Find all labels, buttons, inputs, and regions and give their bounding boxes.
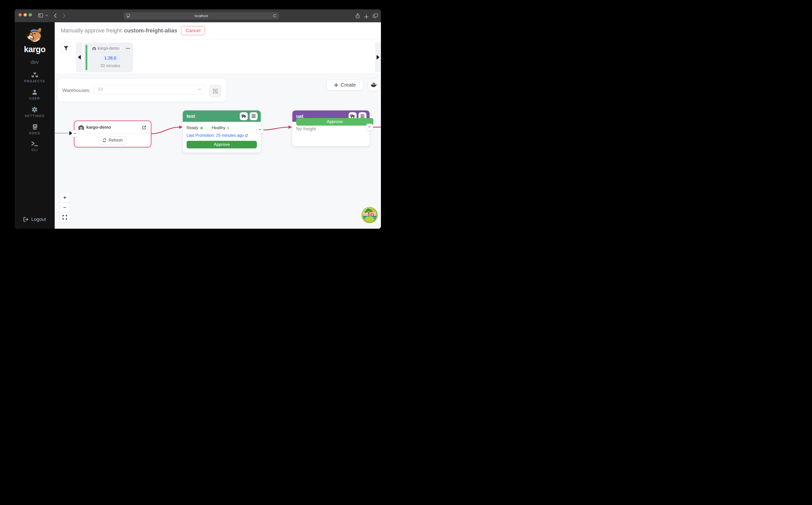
- terminal-icon: [31, 141, 38, 146]
- minimize-window-button[interactable]: [24, 13, 27, 16]
- healthy-label: Healthy: [212, 126, 225, 130]
- ready-label: Ready: [187, 126, 198, 130]
- create-label: Create: [341, 82, 356, 88]
- no-freight-label: No freight: [296, 126, 366, 132]
- island-badge[interactable]: [361, 207, 378, 223]
- reload-icon[interactable]: [273, 14, 277, 18]
- health-heart-icon: ♥: [227, 126, 229, 130]
- forward-icon[interactable]: [63, 13, 65, 18]
- logout-label: Logout: [31, 216, 46, 222]
- warehouses-label: Warehouses:: [62, 88, 90, 93]
- page-header: Manually approve freight custom-freight-…: [55, 22, 381, 39]
- fullscreen-icon: [62, 215, 67, 219]
- fit-view-button[interactable]: [60, 212, 70, 222]
- create-button[interactable]: Create: [326, 79, 363, 91]
- divider: [92, 52, 129, 53]
- env-label: dev: [31, 59, 39, 65]
- hamburger-icon: [252, 115, 256, 118]
- book-icon: [32, 124, 37, 130]
- freight-age: 33 minutes: [89, 63, 131, 68]
- freight-menu-button[interactable]: •••: [126, 47, 130, 50]
- chevron-down-icon: [198, 88, 202, 91]
- freight-project-name: kargo-demo: [98, 46, 126, 51]
- sidebar-item-docs[interactable]: DOCS: [29, 124, 40, 135]
- filter-icon: [63, 46, 69, 51]
- ready-dot-icon: [200, 127, 203, 129]
- zoom-out-button[interactable]: −: [60, 203, 70, 212]
- sidebar-item-projects[interactable]: PROJECTS: [24, 72, 45, 83]
- new-tab-icon[interactable]: [364, 15, 368, 19]
- freight-images-button[interactable]: [209, 85, 221, 97]
- warehouse-collapse-handle[interactable]: −: [72, 130, 79, 137]
- truck-icon: [350, 115, 355, 118]
- arrow-left-icon: [78, 55, 81, 59]
- sidebar-toggle-icon[interactable]: [38, 13, 43, 17]
- logout-icon: [23, 217, 29, 222]
- freight-version-tag[interactable]: 1.28.0: [100, 55, 120, 62]
- stage-node-test[interactable]: test: [183, 111, 261, 152]
- stage-node-uat[interactable]: uat: [292, 111, 369, 146]
- warehouse-icon: [78, 125, 84, 130]
- freight-timeline: kargo-demo ••• 1.28.0 33 minutes: [55, 39, 381, 74]
- refresh-label: Refresh: [108, 138, 123, 143]
- kargo-mascot-logo: [24, 27, 46, 45]
- sidebar-item-cli[interactable]: CLI: [31, 141, 38, 152]
- share-icon[interactable]: [355, 13, 360, 18]
- chevron-down-icon[interactable]: [45, 15, 48, 16]
- stage-freight-button[interactable]: [240, 112, 248, 120]
- back-icon[interactable]: [54, 13, 57, 18]
- timeline-scroll-right[interactable]: [375, 42, 381, 72]
- zoom-controls: + −: [60, 193, 70, 222]
- zoom-window-button[interactable]: [29, 13, 32, 16]
- warehouse-node[interactable]: kargo-demo: [74, 121, 152, 147]
- logout-button[interactable]: Logout: [23, 216, 46, 222]
- warehouses-panel: Warehouses: All: [58, 79, 226, 102]
- page-title: Manually approve freight: [61, 27, 122, 34]
- url-text: localhost: [195, 14, 208, 18]
- timeline-scroll-left[interactable]: [76, 42, 82, 72]
- user-icon: [32, 90, 37, 95]
- warehouses-select[interactable]: All: [94, 84, 205, 95]
- freight-status-bar: [85, 45, 87, 70]
- main-content: Manually approve freight custom-freight-…: [55, 22, 381, 229]
- images-icon: [213, 89, 218, 94]
- projects-icon: [32, 72, 38, 78]
- freight-alias: custom-freight-alias: [124, 27, 177, 34]
- warehouse-node-title: kargo-demo: [86, 125, 140, 130]
- refresh-icon: [102, 138, 106, 142]
- close-window-button[interactable]: [18, 13, 22, 16]
- sidebar-item-label: PROJECTS: [24, 79, 45, 83]
- warehouse-open-button[interactable]: [140, 124, 148, 131]
- approve-button[interactable]: Approve: [187, 141, 257, 148]
- stage-collapse-handle[interactable]: −: [256, 126, 264, 134]
- approve-button[interactable]: Approve: [296, 118, 373, 126]
- sidebar-item-label: SETTINGS: [25, 114, 45, 118]
- sidebar-item-label: CLI: [31, 148, 38, 152]
- tab-overview-icon[interactable]: [373, 13, 378, 18]
- filter-button[interactable]: [61, 43, 71, 53]
- sidebar-item-label: DOCS: [29, 132, 40, 135]
- page-icon: [126, 14, 130, 18]
- hamburger-icon: [360, 115, 364, 118]
- warehouses-select-value: All: [98, 87, 198, 92]
- pipeline-canvas[interactable]: kargo-demo: [55, 74, 381, 229]
- stage-collapse-handle[interactable]: −: [366, 124, 373, 131]
- freight-card[interactable]: kargo-demo ••• 1.28.0 33 minutes: [83, 43, 133, 72]
- sidebar-item-label: USER: [29, 97, 40, 100]
- refresh-button[interactable]: Refresh: [98, 136, 127, 144]
- cancel-button[interactable]: Cancel: [181, 26, 205, 35]
- last-promotion-text: Last Promotion: 25 minutes ago: [187, 133, 244, 138]
- address-bar[interactable]: localhost: [123, 12, 279, 19]
- sidebar-item-settings[interactable]: SETTINGS: [25, 107, 45, 118]
- sidebar-item-user[interactable]: USER: [29, 90, 40, 100]
- docker-icon: [370, 82, 377, 88]
- docker-images-button[interactable]: [368, 79, 380, 91]
- stage-menu-button[interactable]: [250, 112, 258, 120]
- zoom-in-button[interactable]: +: [60, 193, 70, 202]
- browser-titlebar: localhost: [15, 9, 381, 22]
- sidebar: kargo dev PROJECTS: [15, 22, 55, 229]
- browser-window: localhost: [15, 9, 381, 229]
- warehouse-icon: [92, 47, 96, 50]
- last-promotion-link[interactable]: Last Promotion: 25 minutes ago: [187, 133, 257, 138]
- truck-icon: [242, 115, 246, 118]
